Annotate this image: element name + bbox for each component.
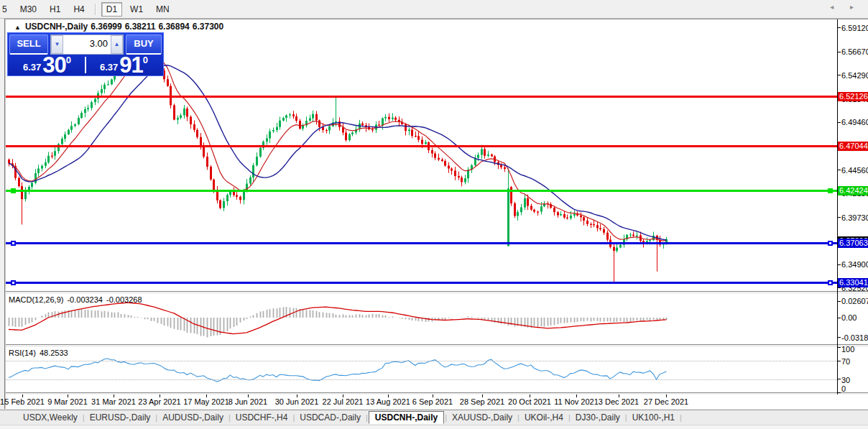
chart-tab-ukoil-h4[interactable]: UKOil-,H4 xyxy=(520,411,568,424)
level-price-label: 6.52126 xyxy=(838,92,868,101)
chart-window: 6.591206.566706.542906.518406.494606.445… xyxy=(4,19,868,409)
date-axis-label: 3 Dec 2021 xyxy=(599,397,639,406)
collapse-panel-icon[interactable]: ▲ xyxy=(14,24,21,31)
date-axis-label: 27 Dec 2021 xyxy=(644,397,688,406)
date-axis-label: 28 Sep 2021 xyxy=(460,397,504,406)
volume-decrease-button[interactable]: ▼ xyxy=(51,35,63,54)
toolbar-separator xyxy=(95,4,96,15)
buy-price-small: 6.37 xyxy=(100,62,118,73)
sell-price-sup: 0 xyxy=(66,56,71,65)
ohlc-open: 6.36999 xyxy=(91,22,121,32)
timeframe-button-5[interactable]: 5 xyxy=(0,2,12,17)
line-handle[interactable] xyxy=(11,188,16,193)
line-handle[interactable] xyxy=(11,280,16,285)
date-axis-label: 30 Jun 2021 xyxy=(275,397,319,406)
price-axis-tick xyxy=(837,75,841,75)
horizontal-level-line-6.47044[interactable] xyxy=(6,145,837,147)
horizontal-level-line-6.33041[interactable] xyxy=(6,282,837,284)
tab-separator: | xyxy=(625,413,627,422)
date-axis-label: 22 Jul 2021 xyxy=(323,397,364,406)
volume-increase-button[interactable]: ▲ xyxy=(111,35,123,54)
sell-price-small: 6.37 xyxy=(23,62,41,73)
price-axis-tick xyxy=(837,27,841,28)
line-handle[interactable] xyxy=(828,188,833,193)
chart-tab-usdchf-h4[interactable]: USDCHF-,H4 xyxy=(231,411,292,424)
timeframe-button-D1[interactable]: D1 xyxy=(101,2,122,17)
date-axis-label: 31 Mar 2021 xyxy=(91,397,136,406)
buy-button[interactable]: BUY xyxy=(126,34,162,55)
chart-tab-uk100-h1[interactable]: UK100-,H1 xyxy=(628,411,679,424)
mt4-terminal: 5M30H1H4D1W1MN 6.591206.566706.542906.51… xyxy=(0,0,868,429)
buy-price-sup: 0 xyxy=(143,56,148,65)
chart-tab-dj30-daily[interactable]: DJ30-,Daily xyxy=(571,411,624,424)
timeframe-button-W1[interactable]: W1 xyxy=(125,2,148,17)
ohlc-high: 6.38211 xyxy=(125,22,156,32)
tab-separator: | xyxy=(83,413,85,422)
date-axis-label: 13 Aug 2021 xyxy=(366,397,410,406)
price-axis-tick xyxy=(837,170,841,170)
sell-button[interactable]: SELL xyxy=(9,34,48,55)
macd-axis-tick xyxy=(837,318,841,318)
level-price-label: 6.47044 xyxy=(838,142,868,151)
macd-indicator-label: MACD(12,26,9)-0.003234-0.003268 xyxy=(9,295,146,304)
macd-axis-label: 0.02607 xyxy=(841,297,868,305)
rsi-axis-tick xyxy=(837,361,841,361)
date-axis-label: 20 Oct 2021 xyxy=(508,397,551,406)
line-handle[interactable] xyxy=(11,241,16,246)
status-strip xyxy=(0,425,868,429)
rsi-axis-tick xyxy=(837,392,841,393)
date-axis-label: 15 Feb 2021 xyxy=(0,397,45,406)
macd-axis-label: 0.00 xyxy=(841,313,857,322)
rsi-axis-label: 70 xyxy=(841,357,850,366)
chart-tab-xauusd-daily[interactable]: XAUUSD-,Daily xyxy=(448,411,517,424)
chart-symbol-period: USDCNH-,Daily xyxy=(25,22,88,32)
timeframe-button-H4[interactable]: H4 xyxy=(68,2,89,17)
price-axis-tick xyxy=(837,122,841,123)
macd-value: -0.003234 xyxy=(67,295,103,304)
date-axis-label: 6 Sep 2021 xyxy=(412,397,453,406)
tab-separator: | xyxy=(445,413,447,422)
chart-title: ▲USDCNH-,Daily6.369996.382116.368946.373… xyxy=(14,22,226,32)
macd-signal-value: -0.003268 xyxy=(106,295,142,304)
sell-price-display[interactable]: 6.37 30 0 xyxy=(9,56,85,74)
price-axis-label: 6.44560 xyxy=(841,166,868,175)
one-click-trading-panel: SELL ▼ 3.00 ▲ BUY 6.37 30 0 6.37 91 xyxy=(7,32,164,76)
date-axis-label: 17 May 2021 xyxy=(183,397,229,406)
chart-overlay: 6.591206.566706.542906.518406.494606.445… xyxy=(6,19,868,409)
buy-price-display[interactable]: 6.37 91 0 xyxy=(86,56,162,74)
pane-separator xyxy=(6,291,868,295)
price-axis-tick xyxy=(837,287,841,288)
level-price-label: 6.33041 xyxy=(838,278,868,287)
chart-tab-usdx-weekly[interactable]: USDX,Weekly xyxy=(19,411,82,424)
tab-separator: | xyxy=(228,413,231,422)
rsi-name: RSI(14) xyxy=(9,349,36,357)
price-axis-tick xyxy=(837,264,841,265)
price-axis-label: 6.56670 xyxy=(841,47,868,56)
price-axis-label: 6.34900 xyxy=(841,260,868,269)
line-handle[interactable] xyxy=(828,280,833,285)
ohlc-close: 6.37300 xyxy=(193,22,223,32)
pane-separator xyxy=(6,392,868,395)
line-handle[interactable] xyxy=(828,241,833,246)
horizontal-level-line-6.42424[interactable] xyxy=(6,190,837,192)
chart-tab-eurusd-daily[interactable]: EURUSD-,Daily xyxy=(86,411,155,424)
price-axis-tick xyxy=(837,217,841,218)
sell-price-big: 30 xyxy=(42,56,65,74)
level-price-label: 6.42424 xyxy=(838,186,868,195)
timeframe-button-MN[interactable]: MN xyxy=(151,2,175,17)
rsi-axis-tick xyxy=(837,347,841,348)
rsi-axis-label: 30 xyxy=(841,376,850,384)
horizontal-level-line-6.52126[interactable] xyxy=(6,96,837,98)
tab-separator: | xyxy=(292,413,295,422)
chart-tab-audusd-daily[interactable]: AUDUSD-,Daily xyxy=(158,411,228,424)
rsi-level-30 xyxy=(6,379,837,380)
timeframe-button-H1[interactable]: H1 xyxy=(45,2,65,17)
horizontal-level-line-6.37063[interactable] xyxy=(6,242,837,244)
volume-stepper: ▼ 3.00 ▲ xyxy=(50,34,124,55)
chart-tab-usdcnh-daily[interactable]: USDCNH-,Daily xyxy=(369,411,444,424)
timeframe-button-M30[interactable]: M30 xyxy=(15,2,42,17)
volume-input[interactable]: 3.00 xyxy=(63,35,111,54)
chart-tab-usdcad-daily[interactable]: USDCAD-,Daily xyxy=(295,411,365,424)
macd-axis-tick xyxy=(837,301,841,302)
date-axis-label: 11 Nov 2021 xyxy=(554,397,599,406)
